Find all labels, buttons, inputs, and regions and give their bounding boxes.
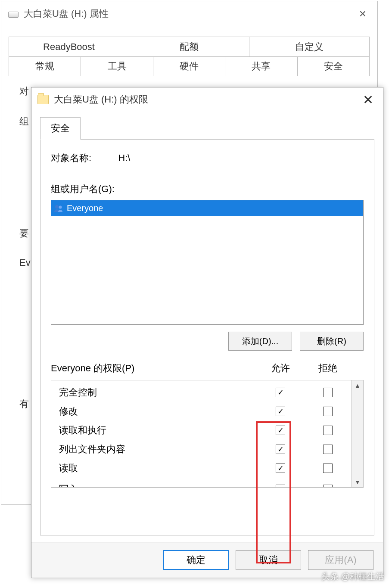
properties-title: 大白菜U盘 (H:) 属性 xyxy=(24,7,352,20)
close-icon[interactable]: ✕ xyxy=(356,92,380,107)
security-panel: 对象名称: H:\ 组或用户名(G): Everyone 添加(D)... 删除… xyxy=(40,139,374,535)
permission-row: 读取和执行 xyxy=(59,421,352,440)
svg-point-1 xyxy=(59,206,62,209)
scroll-up-icon[interactable]: ▲ xyxy=(355,382,361,389)
add-button[interactable]: 添加(D)... xyxy=(228,332,292,351)
allow-checkbox[interactable] xyxy=(276,407,285,416)
allow-checkbox[interactable] xyxy=(276,388,285,397)
tab-general[interactable]: 常规 xyxy=(9,56,81,76)
permissions-body: 安全 对象名称: H:\ 组或用户名(G): Everyone 添加(D)...… xyxy=(31,112,383,542)
tab-quota[interactable]: 配额 xyxy=(129,37,249,56)
user-buttons-row: 添加(D)... 删除(R) xyxy=(51,332,364,351)
drive-icon xyxy=(8,12,19,18)
object-name-row: 对象名称: H:\ xyxy=(51,152,364,165)
permission-label: 读取和执行 xyxy=(59,424,257,437)
allow-checkbox[interactable] xyxy=(276,426,285,435)
watermark: 头条 @种榧生活 xyxy=(321,571,384,582)
tab-hardware[interactable]: 硬件 xyxy=(153,56,225,76)
remove-button[interactable]: 删除(R) xyxy=(300,332,364,351)
tab-sharing[interactable]: 共享 xyxy=(225,56,297,76)
ok-button[interactable]: 确定 xyxy=(163,550,229,570)
permission-label: 写入 xyxy=(59,483,257,488)
permission-label: 完全控制 xyxy=(59,386,257,399)
deny-checkbox[interactable] xyxy=(323,485,333,488)
tab-custom[interactable]: 自定义 xyxy=(249,37,370,56)
users-listbox[interactable]: Everyone xyxy=(51,200,364,325)
permission-row: 列出文件夹内容 xyxy=(59,440,352,459)
allow-checkbox[interactable] xyxy=(276,464,285,473)
permission-row: 修改 xyxy=(59,402,352,421)
scrollbar[interactable]: ▲ ▼ xyxy=(352,380,364,488)
permissions-grid: 完全控制 修改 读取和执行 列出文件夹内 xyxy=(51,380,352,488)
deny-checkbox[interactable] xyxy=(323,407,333,416)
tab-tools[interactable]: 工具 xyxy=(81,56,153,76)
allow-checkbox[interactable] xyxy=(276,485,285,488)
tab-security[interactable]: 安全 xyxy=(297,56,370,76)
permission-label: 读取 xyxy=(59,462,257,475)
object-name-label: 对象名称: xyxy=(51,152,115,165)
list-item-label: Everyone xyxy=(67,203,103,213)
apply-button[interactable]: 应用(A) xyxy=(308,550,373,570)
permissions-header: Everyone 的权限(P) 允许 拒绝 xyxy=(51,362,364,375)
tab-readyboost[interactable]: ReadyBoost xyxy=(9,37,129,56)
properties-titlebar: 大白菜U盘 (H:) 属性 × xyxy=(1,1,377,26)
object-name-value: H:\ xyxy=(118,152,130,163)
deny-checkbox[interactable] xyxy=(323,464,333,473)
list-item-everyone[interactable]: Everyone xyxy=(51,200,363,216)
scroll-down-icon[interactable]: ▼ xyxy=(355,479,361,485)
allow-column-header: 允许 xyxy=(257,362,304,375)
cancel-button[interactable]: 取消 xyxy=(236,550,301,570)
deny-checkbox[interactable] xyxy=(323,426,333,435)
permission-label: 修改 xyxy=(59,405,257,418)
tab-security-inner[interactable]: 安全 xyxy=(40,117,81,140)
permission-row: 完全控制 xyxy=(59,383,352,402)
deny-column-header: 拒绝 xyxy=(304,362,352,375)
permissions-window: 大白菜U盘 (H:) 的权限 ✕ 安全 对象名称: H:\ 组或用户名(G): … xyxy=(31,87,383,578)
deny-checkbox[interactable] xyxy=(323,388,333,397)
permission-row: 读取 xyxy=(59,459,352,478)
allow-checkbox[interactable] xyxy=(276,445,285,454)
group-users-label: 组或用户名(G): xyxy=(51,183,364,196)
permissions-for-label: Everyone 的权限(P) xyxy=(51,362,257,375)
users-icon xyxy=(54,204,64,212)
permission-label: 列出文件夹内容 xyxy=(59,443,257,456)
folder-icon xyxy=(37,95,49,104)
permissions-title: 大白菜U盘 (H:) 的权限 xyxy=(54,93,356,106)
close-icon[interactable]: × xyxy=(352,7,373,21)
permission-row: 写入 xyxy=(59,478,352,488)
deny-checkbox[interactable] xyxy=(323,445,333,454)
permissions-titlebar: 大白菜U盘 (H:) 的权限 ✕ xyxy=(31,87,383,112)
svg-point-0 xyxy=(55,205,59,208)
